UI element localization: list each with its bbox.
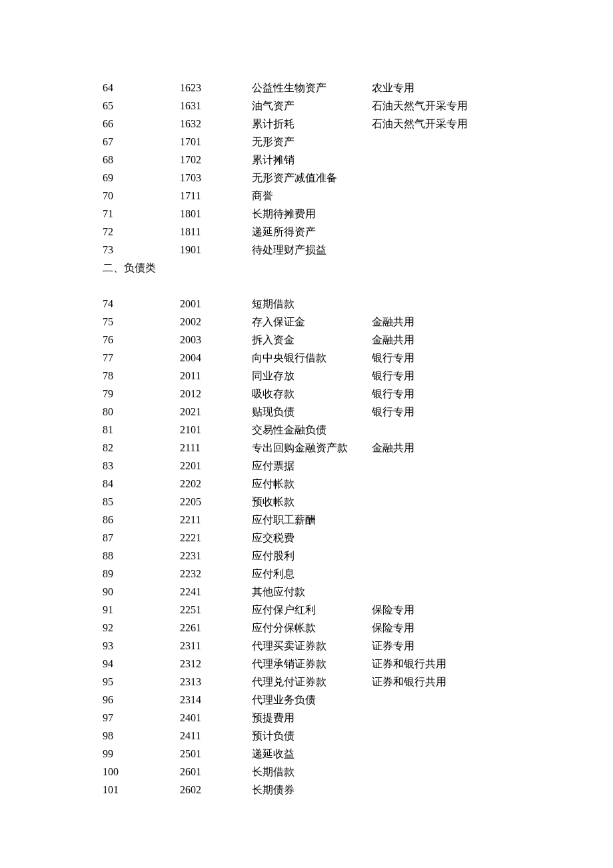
cell-code: 2001 xyxy=(180,295,252,313)
cell-code: 2231 xyxy=(180,547,252,565)
cell-note xyxy=(372,151,613,169)
cell-code: 2601 xyxy=(180,763,252,781)
cell-name: 商誉 xyxy=(252,187,372,205)
cell-name: 应付职工薪酬 xyxy=(252,511,372,529)
table-row: 822111专出回购金融资产款金融共用 xyxy=(103,439,613,457)
cell-name: 递延所得资产 xyxy=(252,223,372,241)
cell-code: 2602 xyxy=(180,781,252,799)
cell-seq: 97 xyxy=(103,709,180,727)
cell-note xyxy=(372,295,613,313)
cell-code: 2241 xyxy=(180,583,252,601)
cell-name: 应付利息 xyxy=(252,565,372,583)
cell-code: 2205 xyxy=(180,493,252,511)
cell-seq: 101 xyxy=(103,781,180,799)
table-row: 752002存入保证金金融共用 xyxy=(103,313,613,331)
cell-name: 预收帐款 xyxy=(252,493,372,511)
cell-note xyxy=(372,547,613,565)
cell-seq: 95 xyxy=(103,673,180,691)
table-row: 641623公益性生物资产农业专用 xyxy=(103,79,613,97)
cell-code: 2314 xyxy=(180,691,252,709)
table-row: 972401预提费用 xyxy=(103,709,613,727)
cell-code: 1703 xyxy=(180,169,252,187)
table-row: 962314代理业务负债 xyxy=(103,691,613,709)
spacer xyxy=(103,277,613,295)
cell-note xyxy=(372,133,613,151)
cell-seq: 76 xyxy=(103,331,180,349)
cell-note: 农业专用 xyxy=(372,79,613,97)
document-page: 641623公益性生物资产农业专用651631油气资产石油天然气开采专用6616… xyxy=(0,0,613,799)
cell-note: 金融共用 xyxy=(372,331,613,349)
cell-code: 1701 xyxy=(180,133,252,151)
cell-seq: 85 xyxy=(103,493,180,511)
table-row: 1012602长期债券 xyxy=(103,781,613,799)
table-row: 902241其他应付款 xyxy=(103,583,613,601)
cell-seq: 100 xyxy=(103,763,180,781)
cell-seq: 79 xyxy=(103,385,180,403)
cell-name: 应付票据 xyxy=(252,457,372,475)
cell-name: 长期待摊费用 xyxy=(252,205,372,223)
cell-code: 2221 xyxy=(180,529,252,547)
cell-code: 2232 xyxy=(180,565,252,583)
cell-name: 代理兑付证券款 xyxy=(252,673,372,691)
table-row: 742001短期借款 xyxy=(103,295,613,313)
cell-note xyxy=(372,223,613,241)
cell-code: 2313 xyxy=(180,673,252,691)
cell-seq: 91 xyxy=(103,601,180,619)
cell-note: 银行专用 xyxy=(372,349,613,367)
cell-name: 应付股利 xyxy=(252,547,372,565)
cell-seq: 66 xyxy=(103,115,180,133)
cell-seq: 98 xyxy=(103,727,180,745)
cell-code: 2261 xyxy=(180,619,252,637)
cell-seq: 87 xyxy=(103,529,180,547)
cell-code: 2411 xyxy=(180,727,252,745)
cell-name: 贴现负债 xyxy=(252,403,372,421)
table-row: 681702累计摊销 xyxy=(103,151,613,169)
cell-note: 金融共用 xyxy=(372,313,613,331)
table-row: 912251应付保户红利保险专用 xyxy=(103,601,613,619)
cell-note: 保险专用 xyxy=(372,619,613,637)
cell-note xyxy=(372,241,613,259)
cell-note: 证券和银行共用 xyxy=(372,673,613,691)
cell-note xyxy=(372,529,613,547)
table-row: 942312代理承销证券款证券和银行共用 xyxy=(103,655,613,673)
cell-seq: 86 xyxy=(103,511,180,529)
cell-seq: 78 xyxy=(103,367,180,385)
cell-code: 2011 xyxy=(180,367,252,385)
table-row: 711801长期待摊费用 xyxy=(103,205,613,223)
cell-code: 2003 xyxy=(180,331,252,349)
table-row: 812101交易性金融负债 xyxy=(103,421,613,439)
cell-code: 2021 xyxy=(180,403,252,421)
cell-seq: 65 xyxy=(103,97,180,115)
cell-code: 2201 xyxy=(180,457,252,475)
cell-code: 2251 xyxy=(180,601,252,619)
table-row: 882231应付股利 xyxy=(103,547,613,565)
table-row: 671701无形资产 xyxy=(103,133,613,151)
cell-seq: 72 xyxy=(103,223,180,241)
cell-code: 2012 xyxy=(180,385,252,403)
table-row: 852205预收帐款 xyxy=(103,493,613,511)
cell-name: 专出回购金融资产款 xyxy=(252,439,372,457)
cell-seq: 73 xyxy=(103,241,180,259)
cell-seq: 96 xyxy=(103,691,180,709)
cell-note: 证券专用 xyxy=(372,637,613,655)
cell-code: 1801 xyxy=(180,205,252,223)
cell-note xyxy=(372,763,613,781)
cell-seq: 89 xyxy=(103,565,180,583)
cell-name: 代理买卖证券款 xyxy=(252,637,372,655)
table-row: 802021贴现负债银行专用 xyxy=(103,403,613,421)
cell-code: 2202 xyxy=(180,475,252,493)
cell-name: 吸收存款 xyxy=(252,385,372,403)
table-row: 842202应付帐款 xyxy=(103,475,613,493)
cell-note xyxy=(372,511,613,529)
cell-seq: 71 xyxy=(103,205,180,223)
table-row: 792012吸收存款银行专用 xyxy=(103,385,613,403)
table-row: 922261应付分保帐款保险专用 xyxy=(103,619,613,637)
table-row: 731901待处理财产损益 xyxy=(103,241,613,259)
cell-name: 短期借款 xyxy=(252,295,372,313)
cell-name: 累计折耗 xyxy=(252,115,372,133)
table-row: 651631油气资产石油天然气开采专用 xyxy=(103,97,613,115)
cell-note: 石油天然气开采专用 xyxy=(372,115,613,133)
cell-name: 待处理财产损益 xyxy=(252,241,372,259)
table-row: 661632累计折耗石油天然气开采专用 xyxy=(103,115,613,133)
cell-note: 银行专用 xyxy=(372,385,613,403)
